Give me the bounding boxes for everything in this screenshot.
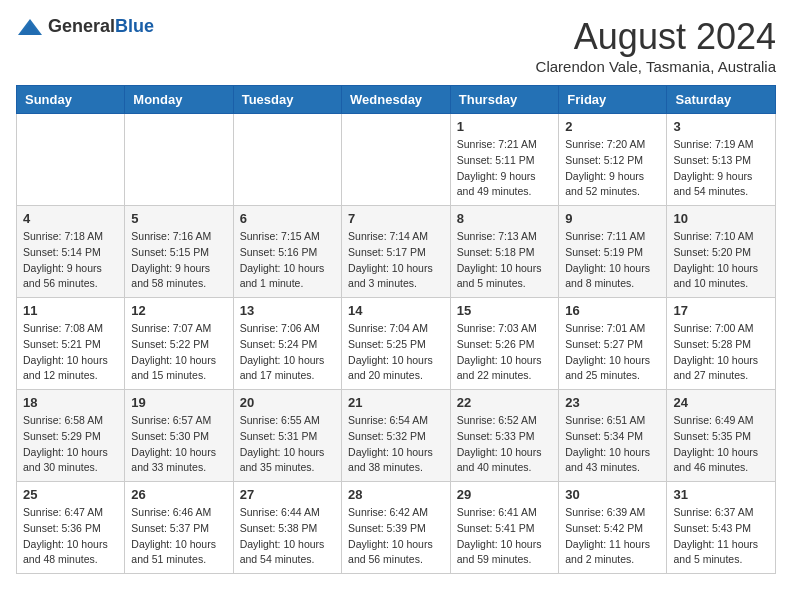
day-info: Sunrise: 6:47 AMSunset: 5:36 PMDaylight:…	[23, 505, 118, 568]
day-number: 15	[457, 303, 553, 318]
calendar-cell: 27Sunrise: 6:44 AMSunset: 5:38 PMDayligh…	[233, 482, 341, 574]
title-area: August 2024 Clarendon Vale, Tasmania, Au…	[536, 16, 776, 75]
day-info: Sunrise: 6:51 AMSunset: 5:34 PMDaylight:…	[565, 413, 660, 476]
column-header-friday: Friday	[559, 86, 667, 114]
day-number: 7	[348, 211, 444, 226]
calendar-cell: 23Sunrise: 6:51 AMSunset: 5:34 PMDayligh…	[559, 390, 667, 482]
day-number: 29	[457, 487, 553, 502]
day-info: Sunrise: 7:01 AMSunset: 5:27 PMDaylight:…	[565, 321, 660, 384]
calendar-cell: 30Sunrise: 6:39 AMSunset: 5:42 PMDayligh…	[559, 482, 667, 574]
day-number: 11	[23, 303, 118, 318]
column-header-wednesday: Wednesday	[342, 86, 451, 114]
day-number: 13	[240, 303, 335, 318]
calendar-cell: 24Sunrise: 6:49 AMSunset: 5:35 PMDayligh…	[667, 390, 776, 482]
calendar-cell: 18Sunrise: 6:58 AMSunset: 5:29 PMDayligh…	[17, 390, 125, 482]
calendar-cell: 2Sunrise: 7:20 AMSunset: 5:12 PMDaylight…	[559, 114, 667, 206]
day-info: Sunrise: 7:00 AMSunset: 5:28 PMDaylight:…	[673, 321, 769, 384]
day-info: Sunrise: 6:39 AMSunset: 5:42 PMDaylight:…	[565, 505, 660, 568]
day-info: Sunrise: 6:42 AMSunset: 5:39 PMDaylight:…	[348, 505, 444, 568]
calendar-cell: 4Sunrise: 7:18 AMSunset: 5:14 PMDaylight…	[17, 206, 125, 298]
day-info: Sunrise: 7:13 AMSunset: 5:18 PMDaylight:…	[457, 229, 553, 292]
logo-icon	[16, 17, 44, 37]
day-info: Sunrise: 7:04 AMSunset: 5:25 PMDaylight:…	[348, 321, 444, 384]
calendar-cell: 5Sunrise: 7:16 AMSunset: 5:15 PMDaylight…	[125, 206, 233, 298]
day-number: 12	[131, 303, 226, 318]
day-info: Sunrise: 6:52 AMSunset: 5:33 PMDaylight:…	[457, 413, 553, 476]
day-number: 30	[565, 487, 660, 502]
calendar-cell: 28Sunrise: 6:42 AMSunset: 5:39 PMDayligh…	[342, 482, 451, 574]
calendar-cell: 31Sunrise: 6:37 AMSunset: 5:43 PMDayligh…	[667, 482, 776, 574]
calendar-row-2: 11Sunrise: 7:08 AMSunset: 5:21 PMDayligh…	[17, 298, 776, 390]
logo: GeneralBlue	[16, 16, 154, 37]
column-header-saturday: Saturday	[667, 86, 776, 114]
calendar-cell: 29Sunrise: 6:41 AMSunset: 5:41 PMDayligh…	[450, 482, 559, 574]
day-info: Sunrise: 7:18 AMSunset: 5:14 PMDaylight:…	[23, 229, 118, 292]
calendar-cell: 9Sunrise: 7:11 AMSunset: 5:19 PMDaylight…	[559, 206, 667, 298]
day-info: Sunrise: 7:19 AMSunset: 5:13 PMDaylight:…	[673, 137, 769, 200]
day-info: Sunrise: 7:15 AMSunset: 5:16 PMDaylight:…	[240, 229, 335, 292]
day-number: 17	[673, 303, 769, 318]
calendar-cell	[125, 114, 233, 206]
day-info: Sunrise: 7:07 AMSunset: 5:22 PMDaylight:…	[131, 321, 226, 384]
calendar-cell: 26Sunrise: 6:46 AMSunset: 5:37 PMDayligh…	[125, 482, 233, 574]
calendar-row-1: 4Sunrise: 7:18 AMSunset: 5:14 PMDaylight…	[17, 206, 776, 298]
day-number: 27	[240, 487, 335, 502]
day-number: 6	[240, 211, 335, 226]
day-info: Sunrise: 6:44 AMSunset: 5:38 PMDaylight:…	[240, 505, 335, 568]
day-number: 25	[23, 487, 118, 502]
day-info: Sunrise: 7:14 AMSunset: 5:17 PMDaylight:…	[348, 229, 444, 292]
day-number: 28	[348, 487, 444, 502]
day-info: Sunrise: 7:11 AMSunset: 5:19 PMDaylight:…	[565, 229, 660, 292]
day-info: Sunrise: 7:03 AMSunset: 5:26 PMDaylight:…	[457, 321, 553, 384]
calendar-cell: 19Sunrise: 6:57 AMSunset: 5:30 PMDayligh…	[125, 390, 233, 482]
day-number: 18	[23, 395, 118, 410]
day-number: 1	[457, 119, 553, 134]
day-number: 26	[131, 487, 226, 502]
day-number: 5	[131, 211, 226, 226]
day-info: Sunrise: 7:20 AMSunset: 5:12 PMDaylight:…	[565, 137, 660, 200]
day-number: 8	[457, 211, 553, 226]
column-header-thursday: Thursday	[450, 86, 559, 114]
day-info: Sunrise: 7:08 AMSunset: 5:21 PMDaylight:…	[23, 321, 118, 384]
day-info: Sunrise: 7:16 AMSunset: 5:15 PMDaylight:…	[131, 229, 226, 292]
calendar-cell: 22Sunrise: 6:52 AMSunset: 5:33 PMDayligh…	[450, 390, 559, 482]
column-header-sunday: Sunday	[17, 86, 125, 114]
day-info: Sunrise: 7:06 AMSunset: 5:24 PMDaylight:…	[240, 321, 335, 384]
day-number: 14	[348, 303, 444, 318]
day-number: 31	[673, 487, 769, 502]
logo-text-blue: Blue	[115, 16, 154, 36]
calendar-cell: 14Sunrise: 7:04 AMSunset: 5:25 PMDayligh…	[342, 298, 451, 390]
calendar-header-row: SundayMondayTuesdayWednesdayThursdayFrid…	[17, 86, 776, 114]
calendar-cell: 25Sunrise: 6:47 AMSunset: 5:36 PMDayligh…	[17, 482, 125, 574]
column-header-tuesday: Tuesday	[233, 86, 341, 114]
day-info: Sunrise: 6:49 AMSunset: 5:35 PMDaylight:…	[673, 413, 769, 476]
day-number: 2	[565, 119, 660, 134]
calendar-cell: 13Sunrise: 7:06 AMSunset: 5:24 PMDayligh…	[233, 298, 341, 390]
calendar-cell: 8Sunrise: 7:13 AMSunset: 5:18 PMDaylight…	[450, 206, 559, 298]
day-info: Sunrise: 6:37 AMSunset: 5:43 PMDaylight:…	[673, 505, 769, 568]
day-info: Sunrise: 7:21 AMSunset: 5:11 PMDaylight:…	[457, 137, 553, 200]
day-info: Sunrise: 6:58 AMSunset: 5:29 PMDaylight:…	[23, 413, 118, 476]
calendar-cell: 12Sunrise: 7:07 AMSunset: 5:22 PMDayligh…	[125, 298, 233, 390]
calendar-cell: 10Sunrise: 7:10 AMSunset: 5:20 PMDayligh…	[667, 206, 776, 298]
calendar-cell	[233, 114, 341, 206]
day-number: 20	[240, 395, 335, 410]
calendar-cell: 16Sunrise: 7:01 AMSunset: 5:27 PMDayligh…	[559, 298, 667, 390]
calendar-cell: 7Sunrise: 7:14 AMSunset: 5:17 PMDaylight…	[342, 206, 451, 298]
day-info: Sunrise: 6:57 AMSunset: 5:30 PMDaylight:…	[131, 413, 226, 476]
day-info: Sunrise: 6:41 AMSunset: 5:41 PMDaylight:…	[457, 505, 553, 568]
calendar-cell: 17Sunrise: 7:00 AMSunset: 5:28 PMDayligh…	[667, 298, 776, 390]
column-header-monday: Monday	[125, 86, 233, 114]
day-number: 21	[348, 395, 444, 410]
day-number: 3	[673, 119, 769, 134]
day-info: Sunrise: 6:54 AMSunset: 5:32 PMDaylight:…	[348, 413, 444, 476]
calendar-cell: 21Sunrise: 6:54 AMSunset: 5:32 PMDayligh…	[342, 390, 451, 482]
calendar-cell: 15Sunrise: 7:03 AMSunset: 5:26 PMDayligh…	[450, 298, 559, 390]
day-info: Sunrise: 6:55 AMSunset: 5:31 PMDaylight:…	[240, 413, 335, 476]
calendar-table: SundayMondayTuesdayWednesdayThursdayFrid…	[16, 85, 776, 574]
day-number: 24	[673, 395, 769, 410]
calendar-row-4: 25Sunrise: 6:47 AMSunset: 5:36 PMDayligh…	[17, 482, 776, 574]
day-number: 10	[673, 211, 769, 226]
day-info: Sunrise: 7:10 AMSunset: 5:20 PMDaylight:…	[673, 229, 769, 292]
day-number: 19	[131, 395, 226, 410]
